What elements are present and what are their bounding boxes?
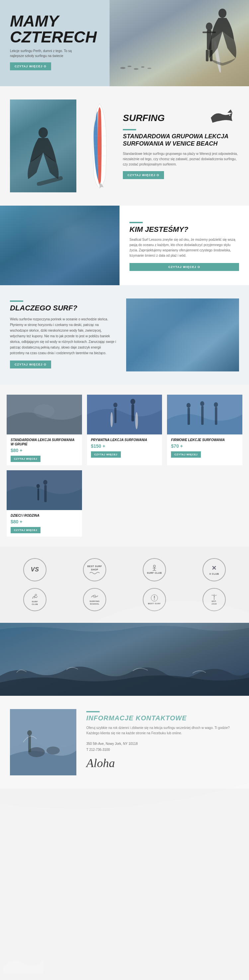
why-description: Wielu surferów rozpoczyna porinek w ocea… (10, 317, 116, 356)
svg-point-27 (113, 402, 117, 407)
surfboard-svg (89, 103, 110, 189)
lesson-card-group-price: $80 + (11, 448, 78, 453)
why-title: DLACZEGO SURF? (10, 304, 116, 312)
svg-point-8 (134, 68, 139, 70)
svg-point-28 (135, 412, 138, 430)
surfboard-lesson-title: STANDARDOWA GRUPOWA LEKCJA SURFOWANIA W … (123, 133, 239, 147)
svg-rect-12 (37, 176, 63, 186)
why-image (126, 299, 239, 371)
surfboard-left-image (10, 100, 77, 192)
who-content: KIM JESTEŚMY? Seafical Surf Lessons zney… (120, 205, 249, 285)
who-teal-bar (129, 222, 143, 223)
svg-point-11 (38, 127, 48, 138)
hero-birds (116, 60, 156, 73)
shark-icon (209, 108, 236, 124)
svg-rect-26 (114, 407, 116, 423)
why-content: DLACZEGO SURF? Wielu surferów rozpoczyna… (10, 299, 116, 369)
lesson-card-group-title: STANDARDOWA LEKCJA SURFOWANIA W GRUPIE (11, 438, 78, 446)
hero-title: MAMY CZTERECH (10, 13, 110, 45)
who-description: Seafical Surf Lessons zneylie się od oku… (129, 237, 239, 258)
svg-point-36 (214, 402, 218, 407)
who-read-more-button[interactable]: CZYTAJ WIĘCEJ O (129, 263, 239, 271)
svg-point-6 (120, 67, 126, 69)
why-read-more-button[interactable]: CZYTAJ WIĘCEJ O (10, 361, 51, 369)
svg-point-32 (187, 403, 191, 407)
lesson-card-private-body: PRYWATNA LEKCJA SURFOWANIA $150 + CZYTAJ… (87, 434, 162, 461)
hero-content: MAMY CZTERECH Lekcje surfingu Perth, dum… (10, 13, 110, 70)
svg-point-25 (131, 399, 135, 404)
teal-divider (123, 129, 136, 130)
lesson-card-group-image (6, 395, 82, 434)
surfing-brand: SURFING (123, 113, 165, 123)
svg-point-9 (141, 66, 144, 68)
lesson-card-group-body: STANDARDOWA LEKCJA SURFOWANIA W GRUPIE $… (6, 434, 82, 465)
svg-point-10 (147, 68, 152, 69)
svg-point-22 (34, 404, 54, 418)
surfboard-lesson-desc: Standardowe lekcje surfingu grupowego na… (123, 151, 239, 167)
svg-point-41 (43, 480, 47, 485)
surfer-silhouette (23, 119, 63, 186)
lesson-card-private-image (87, 395, 162, 434)
surfboard-read-more-button[interactable]: CZYTAJ WIĘCEJ O (123, 171, 164, 179)
surfboard-text-content: SURFING · · · · · STANDARDOWA GRUPOWA LE… (116, 113, 239, 179)
ocean-section (0, 623, 249, 696)
lesson-card-corporate-image (167, 395, 243, 434)
ocean-wave-svg (0, 656, 249, 696)
lesson-card-corporate: FIRMOWE LEKCJE SURFOWANIA $70 + CZYTAJ W… (167, 395, 243, 465)
svg-point-29 (110, 412, 113, 427)
svg-rect-31 (188, 407, 190, 425)
surfboard-graphic (83, 100, 116, 192)
lesson-card-private-title: PRYWATNA LEKCJA SURFOWANIA (91, 438, 158, 442)
lesson-card-private-button[interactable]: CZYTAJ WIĘCEJ (91, 451, 121, 458)
svg-point-7 (128, 66, 131, 67)
lesson-card-corporate-body: FIRMOWE LEKCJE SURFOWANIA $70 + CZYTAJ W… (167, 434, 243, 461)
lesson-card-group-button[interactable]: CZYTAJ WIĘCEJ (11, 456, 40, 462)
who-image (0, 205, 120, 285)
surfing-logo-area: SURFING · · · · · (123, 113, 239, 126)
who-section: KIM JESTEŚMY? Seafical Surf Lessons zney… (0, 205, 249, 285)
svg-rect-40 (44, 485, 46, 503)
why-teal-bar (10, 301, 23, 302)
svg-point-39 (37, 484, 40, 488)
why-section: DLACZEGO SURF? Wielu surferów rozpoczyna… (0, 285, 249, 385)
lesson-card-private: PRYWATNA LEKCJA SURFOWANIA $150 + CZYTAJ… (87, 395, 162, 465)
svg-point-19 (229, 115, 230, 116)
svg-point-34 (200, 401, 204, 406)
who-title: KIM JESTEŚMY? (129, 225, 239, 234)
lesson-card-corporate-price: $70 + (171, 444, 238, 449)
lesson-card-family-image (6, 470, 82, 510)
lesson-card-group: STANDARDOWA LEKCJA SURFOWANIA W GRUPIE $… (6, 395, 82, 465)
svg-rect-35 (215, 407, 217, 425)
svg-rect-38 (38, 488, 39, 500)
lesson-card-private-price: $150 + (91, 444, 158, 449)
svg-rect-24 (131, 404, 134, 422)
ocean-spray-svg (0, 623, 249, 649)
hero-description: Lekcje surfingu Perth, dumni z tego. To … (10, 48, 83, 58)
lesson-card-corporate-title: FIRMOWE LEKCJE SURFOWANIA (171, 438, 238, 442)
hero-read-more-button[interactable]: CZYTAJ WIĘCEJ O (10, 62, 51, 70)
surfboard-section: SURFING · · · · · STANDARDOWA GRUPOWA LE… (0, 86, 249, 205)
lesson-card-corporate-button[interactable]: CZYTAJ WIĘCEJ (171, 451, 201, 458)
svg-rect-33 (201, 406, 204, 425)
